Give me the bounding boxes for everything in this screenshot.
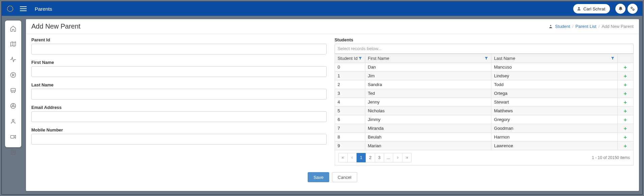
book-icon <box>10 149 17 156</box>
pager-page-button[interactable]: ... <box>384 153 393 162</box>
settings-button[interactable] <box>627 4 638 14</box>
video-icon <box>10 133 17 140</box>
user-icon <box>577 6 581 11</box>
cell-first-name: Marian <box>365 142 491 150</box>
table-row[interactable]: 7MirandaGoodman＋ <box>335 124 633 133</box>
nav-person[interactable] <box>8 118 18 125</box>
filter-icon[interactable] <box>358 56 363 61</box>
nav-activity[interactable] <box>8 56 18 63</box>
menu-toggle-button[interactable] <box>20 6 27 11</box>
table-row[interactable]: 4JennyStewart＋ <box>335 98 633 107</box>
module-title: Parents <box>35 6 52 12</box>
svg-point-1 <box>578 7 580 9</box>
cell-id: 3 <box>335 89 365 98</box>
nav-video[interactable] <box>8 133 18 140</box>
add-student-button[interactable]: ＋ <box>623 82 628 87</box>
cell-id: 8 <box>335 133 365 142</box>
svg-point-10 <box>12 105 14 107</box>
pager-prev-button[interactable] <box>347 153 357 162</box>
svg-point-16 <box>550 25 551 26</box>
add-student-button[interactable]: ＋ <box>623 108 628 113</box>
email-input[interactable] <box>31 111 327 122</box>
user-menu-button[interactable]: Carl Schrat <box>573 4 610 13</box>
table-row[interactable]: 9MarianLawrence＋ <box>335 142 633 150</box>
topbar: Parents Carl Schrat <box>2 2 642 16</box>
nav-home[interactable] <box>8 25 18 32</box>
home-icon <box>10 25 17 32</box>
table-row[interactable]: 1JimLindsey＋ <box>335 72 633 80</box>
table-row[interactable]: 5NicholasMatthews＋ <box>335 107 633 115</box>
nav-play[interactable] <box>8 72 18 78</box>
cell-last-name: Lawrence <box>491 142 618 150</box>
nav-map[interactable] <box>8 41 18 47</box>
add-student-button[interactable]: ＋ <box>623 117 628 122</box>
cell-first-name: Jimmy <box>365 115 491 124</box>
filter-icon[interactable] <box>484 56 489 61</box>
add-student-button[interactable]: ＋ <box>623 126 628 131</box>
table-row[interactable]: 8BeulahHarmon＋ <box>335 133 633 142</box>
cell-last-name: Stewart <box>491 98 618 107</box>
add-student-button[interactable]: ＋ <box>623 100 628 105</box>
side-nav <box>5 21 21 147</box>
table-row[interactable]: 6JimmyGregory＋ <box>335 115 633 124</box>
add-student-button[interactable]: ＋ <box>623 73 628 78</box>
form-actions: Save Cancel <box>26 170 639 188</box>
cell-id: 4 <box>335 98 365 107</box>
cell-last-name: Matthews <box>491 107 618 115</box>
cell-first-name: Jim <box>365 72 491 80</box>
breadcrumb: Student / Parent List / Add New Parent <box>548 24 634 29</box>
steering-wheel-icon <box>10 103 17 109</box>
col-header-id[interactable]: Student Id <box>335 54 365 63</box>
mobile-input[interactable] <box>31 134 327 145</box>
cancel-button[interactable]: Cancel <box>332 172 357 182</box>
add-student-button[interactable]: ＋ <box>623 143 628 148</box>
notifications-button[interactable] <box>615 4 625 14</box>
nav-driver[interactable] <box>8 103 18 109</box>
first-name-input[interactable] <box>31 66 327 77</box>
cell-first-name: Ted <box>365 89 491 98</box>
pager-last-button[interactable] <box>402 153 411 162</box>
students-label: Students <box>335 37 634 42</box>
brand-logo-icon <box>6 5 14 12</box>
table-row[interactable]: 2SandraTodd＋ <box>335 80 633 89</box>
chevron-right-icon <box>396 156 399 159</box>
cell-first-name: Sandra <box>365 80 491 89</box>
cell-last-name: Gregory <box>491 115 618 124</box>
col-header-first-name[interactable]: First Name <box>365 54 491 63</box>
add-student-button[interactable]: ＋ <box>623 134 628 140</box>
person-icon <box>10 118 17 125</box>
first-name-label: First Name <box>31 60 327 65</box>
breadcrumb-parent-list-link[interactable]: Parent List <box>576 24 596 29</box>
pager-next-button[interactable] <box>393 153 402 162</box>
students-select-input[interactable]: Select records below... <box>335 44 634 54</box>
table-row[interactable]: 3TedOrtega＋ <box>335 89 633 98</box>
user-name: Carl Schrat <box>583 6 605 11</box>
pager-page-button[interactable]: 1 <box>357 153 366 162</box>
students-panel: Students Select records below... Student… <box>335 37 634 165</box>
pager-first-button[interactable] <box>338 153 348 162</box>
filter-icon[interactable] <box>611 56 615 61</box>
last-name-label: Last Name <box>31 82 327 87</box>
cell-first-name: Jenny <box>365 98 491 107</box>
breadcrumb-student-link[interactable]: Student <box>555 24 570 29</box>
chevron-left-icon <box>350 156 354 159</box>
cell-first-name: Dan <box>365 63 491 72</box>
svg-point-2 <box>631 7 632 8</box>
last-name-input[interactable] <box>31 89 327 100</box>
cell-first-name: Nicholas <box>365 107 491 115</box>
nav-bus[interactable] <box>8 87 18 94</box>
pager-page-button[interactable]: 2 <box>366 153 375 162</box>
nav-reports[interactable] <box>8 149 18 156</box>
save-button[interactable]: Save <box>308 172 329 182</box>
cell-id: 7 <box>335 124 365 133</box>
add-student-button[interactable]: ＋ <box>623 91 628 96</box>
svg-point-0 <box>7 6 13 12</box>
table-row[interactable]: 0DanMancuso＋ <box>335 63 633 72</box>
col-header-last-name[interactable]: Last Name <box>491 54 618 63</box>
cell-last-name: Lindsey <box>491 72 618 80</box>
pager-page-button[interactable]: 3 <box>375 153 384 162</box>
cell-id: 1 <box>335 72 365 80</box>
svg-point-6 <box>11 92 12 93</box>
add-student-button[interactable]: ＋ <box>623 65 628 70</box>
parent-id-input[interactable] <box>31 44 327 54</box>
